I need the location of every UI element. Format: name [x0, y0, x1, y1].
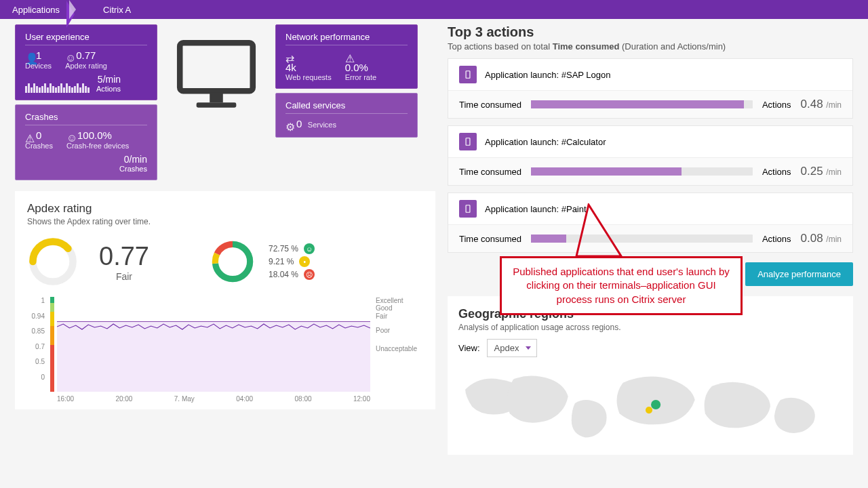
neutral-icon: •: [299, 256, 310, 267]
action-row[interactable]: Application launch: #Calculator Time con…: [448, 125, 853, 186]
smile-icon: ☺: [66, 132, 75, 140]
user-icon: 👤: [25, 52, 33, 60]
action-name: Application launch: #SAP Logon: [485, 70, 611, 80]
breadcrumb-current[interactable]: Citrix A: [96, 5, 140, 15]
crash-rate-label: Crashes: [119, 165, 147, 173]
geo-panel: Geographic regions Analysis of applicati…: [448, 296, 853, 455]
action-rate: 0.08: [801, 232, 827, 245]
time-bar: [531, 235, 753, 243]
actions-label: Actions: [762, 234, 791, 244]
time-consumed-label: Time consumed: [459, 234, 521, 244]
x-axis: 16:0020:007. May04:0008:0012:00: [57, 395, 370, 403]
view-select[interactable]: Apdex: [487, 339, 538, 357]
apdex-number: 0.77: [99, 242, 149, 271]
svg-point-12: [646, 407, 652, 413]
action-row[interactable]: Application launch: #SAP Logon Time cons…: [448, 58, 853, 119]
frown-icon: ☹: [304, 269, 315, 280]
svg-rect-1: [210, 93, 223, 103]
annotation-callout: Published applications that end user's l…: [500, 256, 743, 315]
rate-unit: /min: [826, 235, 842, 244]
top-actions-title: Top 3 actions: [448, 24, 853, 40]
svg-rect-9: [466, 138, 470, 146]
card-crashes[interactable]: Crashes ⚠0 Crashes ☺100.0% Crash-free de…: [15, 104, 157, 180]
action-name: Application launch: #Calculator: [485, 137, 606, 147]
card-title: Network performance: [285, 32, 408, 45]
crashes-label: Crashes: [25, 142, 53, 150]
card-services[interactable]: Called services ⚙0 Services: [275, 93, 418, 138]
actions-label: Actions: [762, 100, 791, 110]
apdex-donut: [210, 239, 255, 284]
legend-fair: 9.21 %: [269, 257, 294, 266]
svg-rect-10: [466, 205, 470, 213]
svg-rect-2: [197, 102, 237, 107]
sparkline: [25, 82, 90, 93]
apdex-value: 0.77: [76, 49, 96, 61]
threshold-bands: [50, 297, 54, 392]
network-icon: ⇄: [285, 52, 294, 60]
time-bar: [531, 167, 753, 176]
device-icon: [459, 133, 477, 150]
device-icon: [459, 200, 477, 218]
gear-icon: ⚙: [285, 121, 294, 129]
services-label: Services: [308, 121, 336, 129]
smile-icon: ☺: [304, 243, 315, 254]
band-labels: ExcellentGoodFairPoorUnacceptable: [376, 297, 423, 392]
svg-rect-8: [466, 71, 470, 79]
crash-rate: 0/min: [25, 154, 147, 165]
services-value: 0: [296, 118, 302, 129]
apdex-title: Apdex rating: [27, 202, 423, 216]
time-consumed-label: Time consumed: [459, 167, 521, 177]
apdex-label: Apdex rating: [65, 62, 107, 70]
action-rate: 0.25: [801, 165, 827, 178]
crashfree-value: 100.0%: [77, 129, 112, 141]
card-title: Called services: [285, 100, 408, 114]
legend-good: 72.75 %: [269, 244, 298, 253]
error-label: Error rate: [345, 73, 376, 81]
card-user-experience[interactable]: User experience 👤1 Devices ☺0.77 Apdex r…: [15, 24, 157, 100]
rate-unit: /min: [826, 100, 842, 110]
chevron-right-icon: [69, 0, 92, 19]
device-icon: [459, 66, 477, 83]
alert-icon: ⚠: [25, 132, 33, 140]
crashfree-label: Crash-free devices: [66, 142, 129, 150]
apdex-rating-label: Fair: [99, 271, 149, 282]
action-rate: 0.48: [801, 98, 827, 110]
svg-point-11: [651, 400, 660, 409]
devices-label: Devices: [25, 62, 52, 70]
card-network[interactable]: Network performance ⇄ 4k Web requests ⚠ …: [275, 24, 418, 89]
actions-rate-label: Actions: [96, 85, 121, 93]
breadcrumb: Applications Citrix A: [0, 0, 868, 19]
actions-rate: 5/min: [96, 74, 121, 85]
geo-subtitle: Analysis of application usage across reg…: [458, 323, 842, 332]
time-consumed-label: Time consumed: [459, 100, 521, 110]
card-title: User experience: [25, 32, 147, 45]
crashes-value: 0: [36, 129, 41, 141]
time-bar: [531, 100, 753, 108]
legend-poor: 18.04 %: [269, 270, 298, 279]
world-map[interactable]: [458, 363, 842, 444]
monitor-icon: [172, 38, 260, 113]
y-axis: 10.940.850.70.50: [27, 297, 45, 392]
apdex-legend: 72.75 %☺ 9.21 %• 18.04 %☹: [269, 241, 315, 282]
alert-icon: ⚠: [345, 52, 353, 60]
apdex-chart[interactable]: 16:0020:007. May04:0008:0012:00: [50, 297, 370, 403]
apdex-panel: Apdex rating Shows the Apdex rating over…: [15, 191, 435, 409]
requests-label: Web requests: [285, 73, 332, 81]
analyze-performance-button[interactable]: Analyze performance: [745, 262, 853, 286]
svg-rect-0: [180, 43, 253, 91]
view-label: View:: [458, 343, 480, 353]
rate-unit: /min: [826, 167, 842, 177]
callout-pointer: [575, 203, 623, 258]
smile-icon: ☺: [65, 52, 73, 60]
action-name: Application launch: #Paint: [485, 204, 587, 214]
card-title: Crashes: [25, 112, 147, 125]
apdex-gauge: [27, 236, 79, 287]
breadcrumb-root[interactable]: Applications: [5, 5, 69, 15]
action-row[interactable]: Application launch: #Paint Time consumed…: [448, 192, 853, 253]
apdex-subtitle: Shows the Apdex rating over time.: [27, 217, 423, 226]
actions-label: Actions: [762, 167, 791, 177]
top-actions-subtitle: Top actions based on total Time consumed…: [448, 41, 853, 52]
